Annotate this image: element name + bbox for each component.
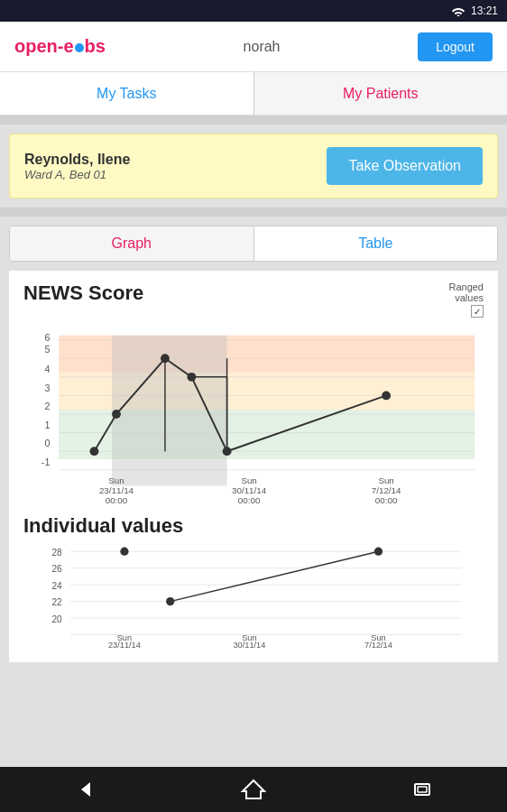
svg-text:22: 22 — [51, 597, 62, 607]
svg-line-57 — [171, 551, 379, 601]
recent-apps-button[interactable] — [410, 777, 435, 802]
take-observation-button[interactable]: Take Observation — [327, 147, 483, 185]
svg-text:00:00: 00:00 — [375, 495, 398, 505]
svg-marker-61 — [81, 782, 90, 797]
svg-text:00:00: 00:00 — [238, 495, 261, 505]
svg-point-35 — [112, 410, 121, 419]
ranged-values-label: Ranged values ✓ — [448, 281, 484, 318]
time-display: 13:21 — [471, 5, 498, 17]
svg-marker-62 — [243, 780, 264, 798]
back-icon — [72, 777, 97, 802]
svg-text:28: 28 — [51, 548, 62, 558]
section-divider-2 — [0, 208, 507, 217]
svg-text:1: 1 — [44, 420, 50, 430]
svg-text:00:00: 00:00 — [106, 495, 128, 505]
graph-tab[interactable]: Graph — [10, 226, 254, 261]
patient-info: Reynolds, Ilene Ward A, Bed 01 — [24, 152, 130, 181]
svg-text:7/12/14: 7/12/14 — [364, 641, 392, 650]
svg-text:Sun: Sun — [378, 476, 393, 486]
svg-text:6: 6 — [44, 332, 50, 343]
individual-values-title: Individual values — [23, 514, 484, 538]
svg-text:Sun: Sun — [241, 476, 256, 486]
svg-rect-64 — [418, 787, 427, 792]
recent-apps-icon — [410, 777, 435, 802]
svg-text:23/11/14: 23/11/14 — [99, 485, 134, 495]
svg-point-60 — [374, 548, 383, 556]
section-divider — [0, 115, 507, 125]
svg-text:2: 2 — [44, 401, 50, 411]
content-area: NEWS Score Ranged values ✓ 6 5 4 3 2 1 0 — [9, 271, 498, 662]
svg-point-0 — [456, 15, 459, 17]
svg-text:Sun: Sun — [108, 476, 124, 486]
username: norah — [244, 39, 281, 55]
svg-text:0: 0 — [44, 438, 50, 448]
news-score-chart: 6 5 4 3 2 1 0 -1 Sun 23/11/14 00:00 Sun … — [23, 325, 484, 505]
svg-point-38 — [223, 447, 232, 456]
home-icon — [241, 777, 266, 802]
svg-text:-1: -1 — [41, 457, 51, 467]
svg-text:26: 26 — [51, 564, 62, 574]
back-button[interactable] — [72, 777, 97, 802]
bottom-nav — [0, 767, 507, 812]
news-score-header: NEWS Score Ranged values ✓ — [23, 281, 484, 318]
svg-text:30/11/14: 30/11/14 — [232, 485, 267, 495]
svg-point-37 — [187, 373, 196, 382]
header: open-ebs norah Logout — [0, 22, 507, 72]
svg-point-36 — [161, 354, 170, 363]
svg-text:20: 20 — [51, 614, 62, 624]
nav-tabs: My Tasks My Patients — [0, 72, 507, 115]
news-score-title: NEWS Score — [23, 281, 143, 305]
svg-text:3: 3 — [44, 383, 50, 393]
svg-point-59 — [166, 597, 174, 605]
svg-rect-4 — [112, 336, 227, 486]
home-button[interactable] — [241, 777, 266, 802]
svg-point-39 — [382, 392, 391, 401]
svg-text:7/12/14: 7/12/14 — [372, 485, 401, 495]
wifi-icon — [451, 5, 466, 16]
patient-name: Reynolds, Ilene — [24, 152, 130, 168]
svg-text:4: 4 — [44, 364, 50, 374]
logout-button[interactable]: Logout — [418, 32, 493, 61]
individual-values-section: Individual values 28 26 24 22 20 Sun 23/… — [23, 514, 484, 651]
svg-text:24: 24 — [51, 581, 62, 591]
patient-card: Reynolds, Ilene Ward A, Bed 01 Take Obse… — [9, 134, 498, 198]
logo: open-ebs — [14, 36, 106, 57]
individual-values-svg: 28 26 24 22 20 Sun 23/11/14 Sun 30/11/14… — [23, 543, 484, 651]
ranged-values-checkbox[interactable]: ✓ — [471, 305, 484, 318]
my-patients-tab[interactable]: My Patients — [254, 72, 508, 115]
news-score-svg: 6 5 4 3 2 1 0 -1 Sun 23/11/14 00:00 Sun … — [23, 325, 484, 505]
patient-ward: Ward A, Bed 01 — [24, 168, 130, 181]
svg-text:5: 5 — [44, 344, 50, 355]
svg-text:30/11/14: 30/11/14 — [233, 641, 265, 650]
svg-text:23/11/14: 23/11/14 — [108, 641, 141, 650]
individual-values-chart: 28 26 24 22 20 Sun 23/11/14 Sun 30/11/14… — [23, 543, 484, 651]
view-toggle: Graph Table — [9, 226, 498, 262]
status-bar: 13:21 — [0, 0, 507, 22]
table-tab[interactable]: Table — [254, 226, 498, 261]
my-tasks-tab[interactable]: My Tasks — [0, 72, 254, 115]
svg-point-58 — [120, 548, 128, 556]
svg-point-34 — [90, 447, 99, 456]
